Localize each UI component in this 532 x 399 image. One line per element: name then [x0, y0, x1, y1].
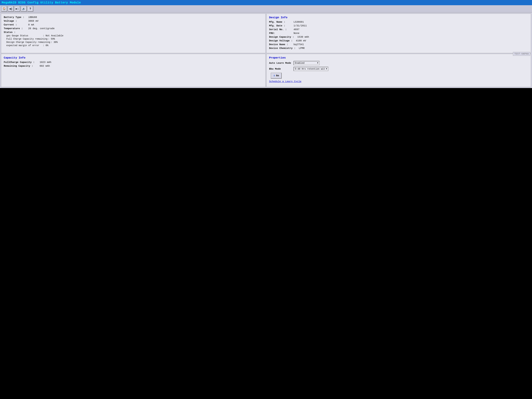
bbu-mode-row: Bbu Mode 5-48 Hrs retention wit ▼ — [269, 67, 528, 71]
remaining-capacity-label: Remaining Capacity : — [4, 65, 36, 68]
battery-type-value: iBBU08 — [28, 16, 37, 19]
auto-learn-mode-dropdown[interactable]: Enabled ▼ — [294, 61, 320, 65]
mfg-date-label: Mfg. Date : — [269, 25, 290, 27]
auto-learn-mode-row: Auto Learn Mode Enabled ▼ — [269, 61, 528, 65]
margin-error-row: expected margin of error : 0% — [4, 44, 263, 47]
go-button-row: ⬇ Go — [271, 73, 528, 79]
title-bar: MegaRAID BIOS Config Utility Battery Mod… — [0, 0, 532, 5]
properties-panel: TEST-КАРКА Properties Auto Learn Mode En… — [266, 54, 531, 87]
bbu-mode-dropdown[interactable]: 5-48 Hrs retention wit ▼ — [294, 67, 329, 71]
home-button[interactable]: 🏠 — [1, 6, 7, 12]
remaining-capacity-row: Remaining Capacity : 602 mAh — [4, 65, 263, 68]
mfg-name-label: Mfg. Name : — [269, 21, 290, 24]
auto-learn-mode-label: Auto Learn Mode — [269, 62, 292, 64]
design-voltage-value: 4100 mV — [296, 39, 306, 42]
go-button[interactable]: ⬇ Go — [271, 73, 282, 79]
go-button-label: Go — [276, 74, 279, 77]
capacity-info-title: Capacity Info — [4, 56, 263, 59]
design-capacity-row: Design Capacity : 1530 mAh — [269, 36, 528, 38]
auto-learn-mode-value: Enabled — [295, 62, 304, 64]
capacity-info-panel: Capacity Info FullCharge Capacity : 1023… — [1, 54, 266, 87]
gas-gauge-label: gas Gauge Status — [6, 34, 42, 37]
voltage-row: Voltage : 3868 mV — [4, 20, 263, 23]
voltage-label: Voltage : — [4, 20, 25, 23]
battery-info-panel: Battery Type : iBBU08 Voltage : 3868 mV … — [1, 13, 266, 53]
back-button[interactable]: ◀‖ — [8, 6, 14, 12]
design-voltage-label: Design Voltage : — [269, 39, 292, 42]
device-name-value: bq27541 — [294, 43, 304, 46]
mfg-name-row: Mfg. Name : LS36681 — [269, 21, 528, 24]
mfg-date-row: Mfg. Date : 1/31/2011 — [269, 25, 528, 27]
device-name-row: Device Name : bq27541 — [269, 43, 528, 46]
serial-no-value: 4697 — [294, 28, 299, 31]
device-chemistry-label: Device Chemistry : — [269, 47, 296, 50]
status-label: Status : — [4, 31, 263, 34]
full-charge-remaining-row: Full Charge Capacity remaining : 59% — [4, 38, 263, 40]
temperature-value: 26 deg. centigrade — [28, 27, 55, 30]
margin-error-value: : 0% — [43, 44, 48, 47]
sound-button[interactable]: 🔊 — [21, 6, 27, 12]
full-charge-remaining-label: Full Charge Capacity remaining — [6, 38, 47, 40]
design-charge-remaining-row: Design Charge Capacity remaining : 38% — [4, 41, 263, 44]
main-content: Battery Type : iBBU08 Voltage : 3868 mV … — [0, 13, 532, 88]
device-name-label: Device Name : — [269, 43, 290, 46]
full-charge-capacity-row: FullCharge Capacity : 1023 mAh — [4, 61, 263, 64]
current-value: 0 mA — [28, 24, 34, 26]
help-button[interactable]: ? — [27, 6, 33, 12]
design-info-panel: Design Info Mfg. Name : LS36681 Mfg. Dat… — [266, 13, 531, 53]
device-chemistry-row: Device Chemistry : LPMR — [269, 47, 528, 50]
title-text: MegaRAID BIOS Config Utility Battery Mod… — [2, 1, 81, 4]
toolbar: 🏠 ◀‖ ▶| 🔊 ? — [0, 5, 532, 13]
go-icon: ⬇ — [273, 74, 275, 77]
serial-no-row: Serial No. : 4697 — [269, 28, 528, 31]
bbu-mode-value: 5-48 Hrs retention wit — [295, 68, 325, 70]
voltage-value: 3868 mV — [28, 20, 38, 23]
device-chemistry-value: LPMR — [299, 47, 305, 50]
design-capacity-value: 1530 mAh — [297, 36, 309, 38]
mfg-name-value: LS36681 — [294, 21, 304, 24]
design-charge-remaining-value: : 38% — [51, 41, 58, 44]
properties-title: Properties — [269, 56, 528, 59]
fru-value: None — [294, 32, 299, 35]
fru-row: FRU: None — [269, 32, 528, 35]
design-capacity-label: Design Capacity : — [269, 36, 294, 38]
bbu-mode-dropdown-arrow: ▼ — [326, 68, 327, 70]
bbu-mode-label: Bbu Mode — [269, 68, 292, 70]
full-charge-remaining-value: : 59% — [48, 38, 55, 40]
battery-type-label: Battery Type : — [4, 16, 25, 19]
full-charge-capacity-value: 1023 mAh — [40, 61, 51, 64]
status-section: Status : gas Gauge Status : Not Availabl… — [4, 31, 263, 47]
full-charge-capacity-label: FullCharge Capacity : — [4, 61, 36, 64]
design-charge-remaining-label: Design Charge Capacity remaining — [6, 41, 50, 44]
forward-button[interactable]: ▶| — [14, 6, 20, 12]
temperature-row: Temperature : 26 deg. centigrade — [4, 27, 263, 30]
margin-error-label: expected margin of error — [6, 44, 42, 47]
design-voltage-row: Design Voltage : 4100 mV — [269, 39, 528, 42]
gas-gauge-value: : Not Available — [43, 34, 63, 37]
schedule-link-label: Schedule a Learn Cycle — [269, 80, 301, 83]
serial-no-label: Serial No. : — [269, 28, 290, 31]
schedule-learn-cycle-link[interactable]: Schedule a Learn Cycle — [269, 80, 301, 83]
schedule-link-row: Schedule a Learn Cycle — [269, 80, 528, 83]
test-watermark: TEST-КАРКА — [513, 52, 530, 56]
remaining-capacity-value: 602 mAh — [40, 65, 50, 68]
fru-label: FRU: — [269, 32, 290, 35]
current-row: Current : 0 mA — [4, 24, 263, 26]
auto-learn-dropdown-arrow: ▼ — [317, 62, 318, 64]
gas-gauge-row: gas Gauge Status : Not Available — [4, 34, 263, 37]
temperature-label: Temperature : — [4, 27, 25, 30]
current-label: Current : — [4, 24, 25, 26]
design-info-title: Design Info — [269, 16, 528, 19]
battery-type-row: Battery Type : iBBU08 — [4, 16, 263, 19]
mfg-date-value: 1/31/2011 — [294, 25, 307, 27]
